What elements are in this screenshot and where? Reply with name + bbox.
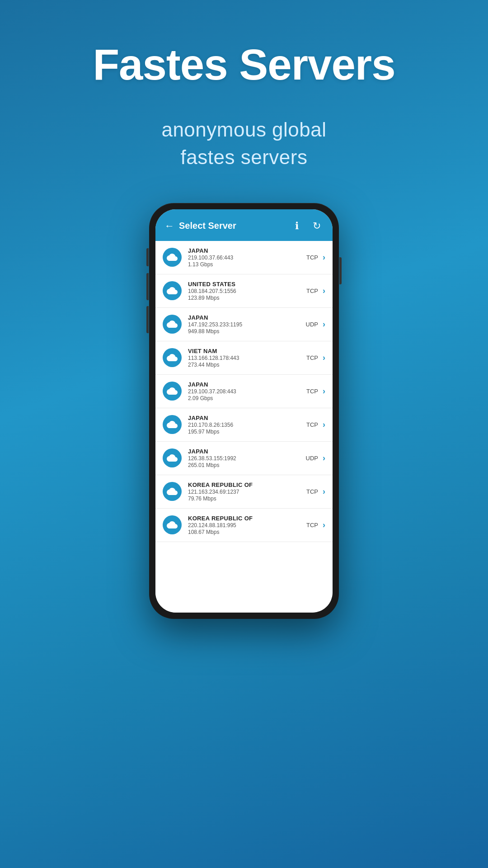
server-ip: 210.170.8.26:1356 bbox=[188, 422, 300, 428]
server-country: JAPAN bbox=[188, 448, 300, 455]
server-protocol: TCP bbox=[306, 522, 318, 528]
server-info: JAPAN 210.170.8.26:1356 195.97 Mbps bbox=[188, 415, 300, 435]
cloud-icon bbox=[163, 348, 182, 367]
server-info: UNITED STATES 108.184.207.5:1556 123.89 … bbox=[188, 281, 300, 301]
server-speed: 79.76 Mbps bbox=[188, 495, 300, 502]
info-button[interactable]: ℹ bbox=[290, 219, 304, 233]
server-speed: 265.01 Mbps bbox=[188, 462, 300, 468]
server-speed: 195.97 Mbps bbox=[188, 429, 300, 435]
server-ip: 147.192.253.233:1195 bbox=[188, 321, 300, 328]
server-right: TCP › bbox=[306, 387, 325, 396]
server-right: TCP › bbox=[306, 253, 325, 262]
server-ip: 113.166.128.178:443 bbox=[188, 355, 300, 361]
chevron-right-icon: › bbox=[323, 320, 325, 329]
server-country: JAPAN bbox=[188, 314, 300, 321]
cloud-icon bbox=[163, 248, 182, 267]
server-list-item[interactable]: VIET NAM 113.166.128.178:443 273.44 Mbps… bbox=[155, 341, 333, 375]
server-info: KOREA REPUBLIC OF 220.124.88.181:995 108… bbox=[188, 515, 300, 535]
cloud-icon bbox=[163, 515, 182, 534]
chevron-right-icon: › bbox=[323, 286, 325, 296]
chevron-right-icon: › bbox=[323, 253, 325, 262]
server-list-item[interactable]: UNITED STATES 108.184.207.5:1556 123.89 … bbox=[155, 274, 333, 308]
server-info: JAPAN 219.100.37.208:443 2.09 Gbps bbox=[188, 381, 300, 401]
server-info: JAPAN 147.192.253.233:1195 949.88 Mbps bbox=[188, 314, 300, 335]
server-protocol: TCP bbox=[306, 488, 318, 495]
server-protocol: TCP bbox=[306, 354, 318, 361]
server-country: JAPAN bbox=[188, 247, 300, 254]
server-right: TCP › bbox=[306, 420, 325, 429]
back-button[interactable]: ← bbox=[164, 221, 174, 231]
server-ip: 121.163.234.69:1237 bbox=[188, 489, 300, 495]
phone-mockup: ← Select Server ℹ ↻ JAPAN 219.100.37.66:… bbox=[149, 203, 339, 619]
cloud-icon bbox=[163, 281, 182, 300]
server-protocol: UDP bbox=[306, 455, 318, 462]
server-list-item[interactable]: JAPAN 147.192.253.233:1195 949.88 Mbps U… bbox=[155, 308, 333, 341]
cloud-icon bbox=[163, 482, 182, 501]
server-speed: 273.44 Mbps bbox=[188, 362, 300, 368]
server-protocol: TCP bbox=[306, 254, 318, 261]
page-title: Fastes Servers bbox=[93, 41, 395, 89]
server-right: TCP › bbox=[306, 487, 325, 496]
server-speed: 2.09 Gbps bbox=[188, 395, 300, 401]
cloud-icon bbox=[163, 448, 182, 467]
server-protocol: UDP bbox=[306, 321, 318, 328]
phone-screen: ← Select Server ℹ ↻ JAPAN 219.100.37.66:… bbox=[155, 209, 333, 613]
server-right: UDP › bbox=[306, 320, 325, 329]
server-right: TCP › bbox=[306, 286, 325, 296]
cloud-icon bbox=[163, 315, 182, 334]
server-protocol: TCP bbox=[306, 388, 318, 395]
cloud-icon bbox=[163, 415, 182, 434]
server-country: UNITED STATES bbox=[188, 281, 300, 288]
mute-button bbox=[146, 248, 149, 266]
server-protocol: TCP bbox=[306, 288, 318, 294]
server-country: JAPAN bbox=[188, 381, 300, 388]
server-speed: 949.88 Mbps bbox=[188, 328, 300, 335]
chevron-right-icon: › bbox=[323, 353, 325, 363]
chevron-right-icon: › bbox=[323, 520, 325, 530]
server-ip: 126.38.53.155:1992 bbox=[188, 455, 300, 462]
chevron-right-icon: › bbox=[323, 387, 325, 396]
server-list-item[interactable]: JAPAN 219.100.37.208:443 2.09 Gbps TCP › bbox=[155, 375, 333, 408]
server-list-item[interactable]: KOREA REPUBLIC OF 121.163.234.69:1237 79… bbox=[155, 475, 333, 509]
header-icons: ℹ ↻ bbox=[290, 219, 324, 233]
server-right: UDP › bbox=[306, 453, 325, 463]
server-info: JAPAN 126.38.53.155:1992 265.01 Mbps bbox=[188, 448, 300, 468]
server-ip: 219.100.37.66:443 bbox=[188, 255, 300, 261]
server-speed: 1.13 Gbps bbox=[188, 261, 300, 268]
server-right: TCP › bbox=[306, 353, 325, 363]
server-list-item[interactable]: JAPAN 210.170.8.26:1356 195.97 Mbps TCP … bbox=[155, 408, 333, 442]
volume-up-button bbox=[146, 273, 149, 300]
server-info: VIET NAM 113.166.128.178:443 273.44 Mbps bbox=[188, 348, 300, 368]
server-country: KOREA REPUBLIC OF bbox=[188, 481, 300, 488]
server-ip: 220.124.88.181:995 bbox=[188, 522, 300, 528]
server-list-item[interactable]: KOREA REPUBLIC OF 220.124.88.181:995 108… bbox=[155, 509, 333, 542]
cloud-icon bbox=[163, 382, 182, 401]
server-info: KOREA REPUBLIC OF 121.163.234.69:1237 79… bbox=[188, 481, 300, 502]
server-list: JAPAN 219.100.37.66:443 1.13 Gbps TCP › … bbox=[155, 241, 333, 613]
server-country: VIET NAM bbox=[188, 348, 300, 354]
volume-down-button bbox=[146, 306, 149, 333]
chevron-right-icon: › bbox=[323, 453, 325, 463]
header-title: Select Server bbox=[179, 221, 236, 231]
server-speed: 123.89 Mbps bbox=[188, 295, 300, 301]
server-speed: 108.67 Mbps bbox=[188, 529, 300, 535]
server-info: JAPAN 219.100.37.66:443 1.13 Gbps bbox=[188, 247, 300, 268]
server-list-item[interactable]: JAPAN 219.100.37.66:443 1.13 Gbps TCP › bbox=[155, 241, 333, 274]
server-country: KOREA REPUBLIC OF bbox=[188, 515, 300, 522]
server-ip: 108.184.207.5:1556 bbox=[188, 288, 300, 294]
header-left: ← Select Server bbox=[164, 221, 236, 231]
chevron-right-icon: › bbox=[323, 420, 325, 429]
server-list-item[interactable]: JAPAN 126.38.53.155:1992 265.01 Mbps UDP… bbox=[155, 442, 333, 475]
server-ip: 219.100.37.208:443 bbox=[188, 388, 300, 395]
server-country: JAPAN bbox=[188, 415, 300, 421]
server-protocol: TCP bbox=[306, 421, 318, 428]
app-header: ← Select Server ℹ ↻ bbox=[155, 209, 333, 241]
page-subtitle: anonymous global fastes servers bbox=[161, 116, 326, 171]
chevron-right-icon: › bbox=[323, 487, 325, 496]
refresh-button[interactable]: ↻ bbox=[310, 219, 324, 233]
power-button bbox=[339, 257, 342, 284]
server-right: TCP › bbox=[306, 520, 325, 530]
